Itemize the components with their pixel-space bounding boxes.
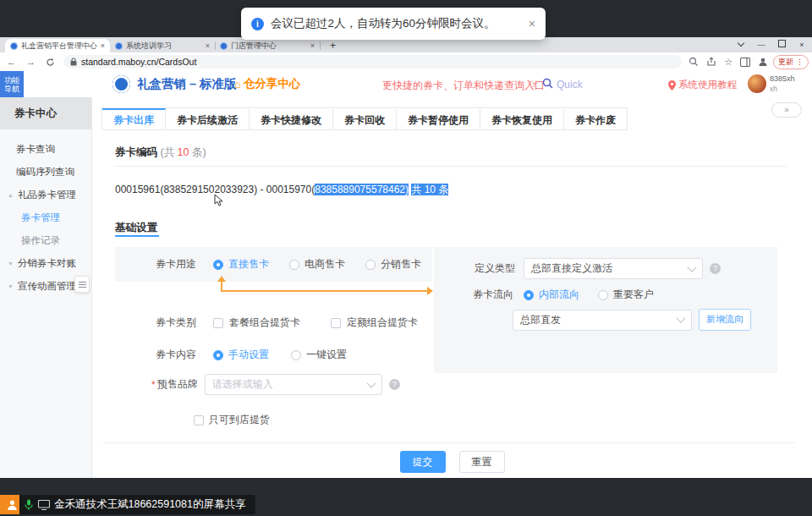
main-content: 券卡出库 券卡后续激活 券卡快捷修改 券卡回收 券卡暂停使用 券卡恢复使用 券卡… <box>92 97 812 478</box>
forward-icon[interactable]: → <box>26 57 36 67</box>
tab-recycle[interactable]: 券卡回收 <box>333 108 397 129</box>
tab-resume[interactable]: 券卡恢复使用 <box>480 108 564 129</box>
sidebar-item-card-query[interactable]: 券卡查询 <box>0 138 91 161</box>
define-type-value: 总部直接定义激活 <box>531 261 612 276</box>
function-nav-toggle[interactable]: 功能 导航 <box>0 71 24 97</box>
section-divider <box>115 166 787 167</box>
define-flow-panel: 定义类型 总部直接定义激活 ? 券卡流向 内部流向 重要客户 <box>434 247 777 373</box>
code-count-badge: 共 10 条 <box>411 184 448 195</box>
tab-suspend[interactable]: 券卡暂停使用 <box>397 108 480 129</box>
zoom-icon[interactable] <box>689 57 699 67</box>
checkbox-package-combo-card[interactable]: 套餐组合提货卡 <box>213 316 300 330</box>
sharer-avatar-icon <box>0 495 19 514</box>
card-code-range[interactable]: 00015961(8385291502033923) - 00015970(83… <box>115 183 448 197</box>
radio-off-icon <box>289 260 299 270</box>
presale-brand-label: 预售品牌 <box>157 377 198 392</box>
share-center-link[interactable]: ⌂ 仓分享中心 <box>234 76 300 91</box>
browser-tab-1[interactable]: 礼盒营销平台管理中心 × <box>5 39 110 52</box>
browser-window: 礼盒营销平台管理中心 × 系统培训学习 × 门店管理中心 × + — × <box>0 37 812 478</box>
meeting-notification: i 会议已超过2人，自动转为60分钟限时会议。 × <box>241 8 546 40</box>
checkbox-store-pickup-only[interactable]: 只可到店提货 <box>194 413 270 427</box>
toolbar-icons: ☆ <box>689 57 768 68</box>
tab-separator <box>320 41 321 50</box>
sidebar-item-operation-log[interactable]: 操作记录 <box>0 229 91 252</box>
new-tab-button[interactable]: + <box>326 39 339 52</box>
browser-update-button[interactable]: 更新 ⋮ <box>773 55 809 69</box>
caret-down-icon: ▼ <box>8 283 14 289</box>
url-text: standard.maboy.cn/CardsOut <box>81 57 196 67</box>
presale-brand-select[interactable]: 请选择或输入 <box>205 374 382 395</box>
quick-search-icon[interactable] <box>542 78 553 89</box>
add-flow-button[interactable]: 新增流向 <box>699 309 751 331</box>
tab-close-icon[interactable]: × <box>101 41 105 50</box>
flow-select[interactable]: 总部直发 <box>513 310 692 331</box>
expand-right-button[interactable]: » <box>771 102 802 118</box>
bookmark-star-icon[interactable]: ☆ <box>724 57 732 68</box>
maximize-button[interactable] <box>771 37 792 52</box>
browser-tab-3[interactable]: 门店管理中心 × <box>215 39 320 52</box>
sidebar-title: 券卡中心 <box>0 97 91 129</box>
sidebar-item-card-management[interactable]: 券卡管理 <box>0 206 91 229</box>
radio-direct-sale[interactable]: 直接售卡 <box>213 257 269 272</box>
browser-tab-title: 系统培训学习 <box>126 41 202 52</box>
radio-manual-setting[interactable]: 手动设置 <box>213 348 269 362</box>
sidebar-group-gift-card-mgmt[interactable]: ▲ 礼品券卡管理 <box>0 184 91 206</box>
caret-down-icon: ▼ <box>8 261 14 266</box>
address-bar[interactable]: standard.maboy.cn/CardsOut <box>63 55 682 69</box>
screen: 礼盒营销平台管理中心 × 系统培训学习 × 门店管理中心 × + — × <box>0 0 812 516</box>
profile-icon[interactable] <box>758 57 768 67</box>
chevron-down-icon <box>687 262 696 272</box>
app-body: 券卡中心 券卡查询 编码序列查询 ▲ 礼品券卡管理 券卡管理 操作记录 ▼ 分销… <box>0 97 812 478</box>
browser-menu-icon[interactable]: ⋮ <box>796 58 804 66</box>
tab-later-activate[interactable]: 券卡后续激活 <box>166 108 250 129</box>
user-avatar[interactable] <box>748 74 766 93</box>
tab-search-icon[interactable] <box>731 37 751 52</box>
radio-distribution-sale[interactable]: 分销售卡 <box>365 257 421 272</box>
notification-close-icon[interactable]: × <box>529 17 535 30</box>
form-actions: 提交 重置 <box>92 451 812 473</box>
tab-close-icon[interactable]: × <box>310 41 315 50</box>
nav-toggle-label: 导航 <box>4 85 19 93</box>
radio-internal-flow[interactable]: 内部流向 <box>524 288 579 302</box>
card-flow-label: 券卡流向 <box>473 288 513 302</box>
tutorial-link[interactable]: 系统使用教程 <box>668 79 737 91</box>
sidebar-item-code-sequence-query[interactable]: 编码序列查询 <box>0 161 91 184</box>
checkbox-icon <box>213 318 223 328</box>
tab-void[interactable]: 券卡作废 <box>564 108 627 129</box>
radio-important-customer[interactable]: 重要客户 <box>598 288 654 302</box>
radio-one-key-setting[interactable]: 一键设置 <box>291 348 347 362</box>
sidebar-group-distribution-reconcile[interactable]: ▼ 分销券卡对账 <box>0 252 91 275</box>
share-icon[interactable] <box>706 57 716 67</box>
back-icon[interactable]: ← <box>7 57 16 67</box>
caret-up-icon: ▲ <box>8 192 14 198</box>
checkbox-fixed-combo-card[interactable]: 定额组合提货卡 <box>331 316 418 330</box>
define-type-select[interactable]: 总部直接定义激活 <box>524 258 703 279</box>
help-icon[interactable]: ? <box>389 379 400 390</box>
flow-value: 总部直发 <box>520 313 561 327</box>
minimize-button[interactable]: — <box>751 37 771 52</box>
side-panel-icon[interactable] <box>740 58 750 67</box>
browser-tab-title: 门店管理中心 <box>231 41 307 52</box>
browser-tab-2[interactable]: 系统培训学习 × <box>110 39 215 52</box>
refresh-icon[interactable] <box>46 58 55 67</box>
store-pickup-row: 只可到店提货 <box>92 413 270 427</box>
reset-button[interactable]: 重置 <box>459 451 505 473</box>
submit-button[interactable]: 提交 <box>400 451 446 473</box>
radio-off-icon <box>598 290 608 300</box>
tab-cards-out[interactable]: 券卡出库 <box>102 108 166 129</box>
tutorial-label: 系统使用教程 <box>678 79 737 91</box>
quick-label[interactable]: Quick <box>557 79 583 91</box>
sidebar-collapse-handle[interactable] <box>74 276 90 293</box>
user-subname: xh <box>770 84 795 94</box>
content-row: 券卡内容 手动设置 一键设置 <box>92 348 347 362</box>
category-row: 券卡类别 套餐组合提货卡 定额组合提货卡 <box>92 316 418 330</box>
site-favicon-icon <box>115 42 123 50</box>
tab-quick-modify[interactable]: 券卡快捷修改 <box>250 108 333 129</box>
define-type-label: 定义类型 <box>475 261 515 276</box>
radio-ecommerce-sale[interactable]: 电商售卡 <box>289 257 345 272</box>
usage-panel: 券卡用途 直接售卡 电商售卡 分销售卡 <box>115 247 432 282</box>
radio-on-icon <box>213 350 223 360</box>
help-icon[interactable]: ? <box>710 263 721 274</box>
close-window-button[interactable]: × <box>792 37 812 52</box>
tab-close-icon[interactable]: × <box>206 41 210 50</box>
